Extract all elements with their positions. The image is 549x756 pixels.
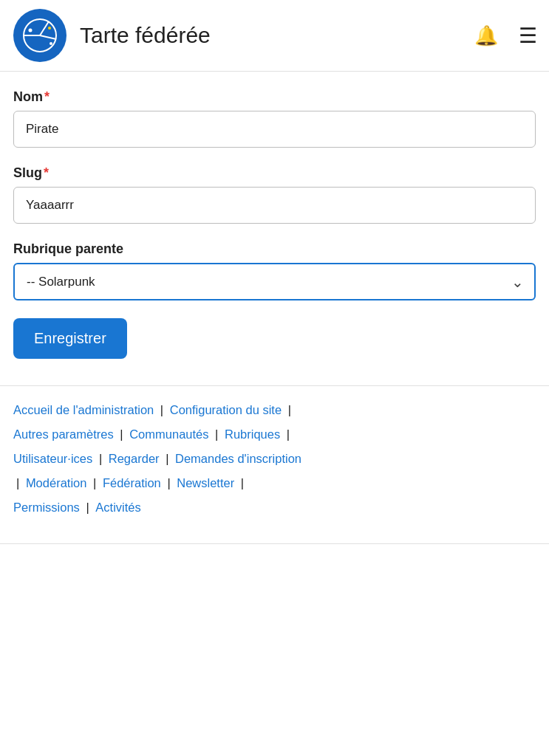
footer-link-demandes[interactable]: Demandes d'inscription (175, 452, 301, 465)
slug-input[interactable] (13, 187, 536, 224)
nom-input[interactable] (13, 111, 536, 148)
rubrique-label: Rubrique parente (13, 241, 536, 257)
app-header: Tarte fédérée 🔔 ☰ (0, 0, 549, 72)
footer-divider (0, 385, 549, 386)
svg-point-5 (48, 27, 51, 30)
save-button[interactable]: Enregistrer (13, 318, 127, 359)
bell-icon[interactable]: 🔔 (474, 24, 498, 47)
footer-link-permissions[interactable]: Permissions (13, 501, 80, 514)
footer-link-newsletter[interactable]: Newsletter (177, 476, 234, 489)
nom-group: Nom* (13, 89, 536, 148)
footer-link-autres[interactable]: Autres paramètres (13, 427, 114, 441)
header-actions: 🔔 ☰ (474, 24, 536, 48)
footer-link-utilisateurs[interactable]: Utilisateur·ices (13, 452, 92, 465)
footer-nav: Accueil de l'administration | Configurat… (0, 398, 549, 537)
rubrique-group: Rubrique parente -- Solarpunk -- Autre -… (13, 241, 536, 300)
footer-link-config[interactable]: Configuration du site (170, 403, 282, 416)
slug-group: Slug* (13, 165, 536, 224)
footer-link-rubriques[interactable]: Rubriques (225, 427, 280, 441)
page-title: Tarte fédérée (80, 23, 474, 48)
menu-icon[interactable]: ☰ (519, 24, 536, 48)
main-content: Nom* Slug* Rubrique parente -- Solarpunk… (0, 72, 549, 379)
footer-link-activites[interactable]: Activités (95, 501, 140, 514)
svg-point-6 (50, 42, 52, 45)
footer-link-moderation[interactable]: Modération (26, 476, 87, 489)
footer-link-federation[interactable]: Fédération (103, 476, 161, 489)
rubrique-select[interactable]: -- Solarpunk -- Autre -- Aucune (13, 263, 536, 300)
app-logo[interactable] (13, 9, 67, 62)
rubrique-select-wrapper: -- Solarpunk -- Autre -- Aucune ⌄ (13, 263, 536, 300)
slug-required: * (44, 165, 49, 180)
nom-label: Nom* (13, 89, 536, 105)
bottom-bar (0, 543, 549, 546)
footer-link-accueil[interactable]: Accueil de l'administration (13, 403, 154, 416)
footer-link-communautes[interactable]: Communautés (129, 427, 208, 441)
nom-required: * (44, 89, 50, 104)
footer-link-regarder[interactable]: Regarder (109, 452, 160, 465)
svg-point-4 (29, 29, 33, 32)
slug-label: Slug* (13, 165, 536, 181)
